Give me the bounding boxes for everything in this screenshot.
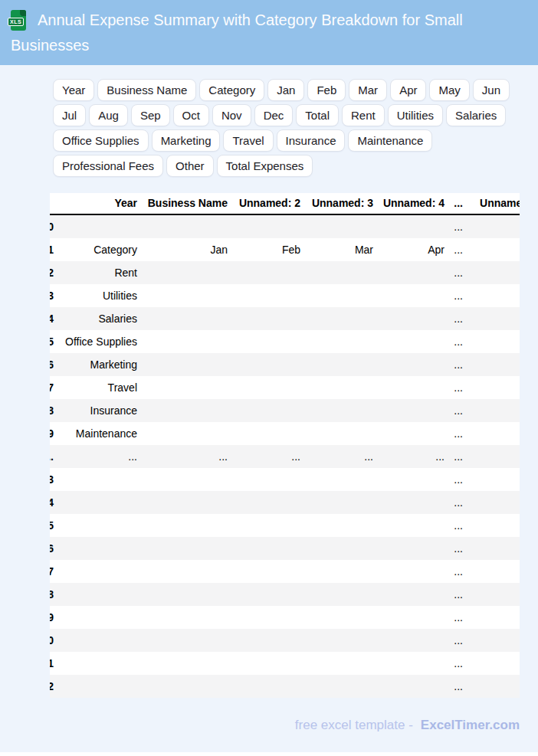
column-header: ... bbox=[449, 193, 467, 214]
chip-travel[interactable]: Travel bbox=[223, 129, 273, 152]
table-cell: ... bbox=[449, 238, 467, 261]
chip-total-expenses[interactable]: Total Expenses bbox=[217, 155, 313, 177]
chip-year[interactable]: Year bbox=[53, 79, 94, 101]
table-cell: ... bbox=[449, 353, 467, 376]
column-header: Unnamed: 15 bbox=[467, 193, 520, 214]
table-cell bbox=[142, 422, 232, 445]
table-row: ........................ bbox=[50, 445, 520, 468]
chip-apr[interactable]: Apr bbox=[390, 79, 426, 101]
table-cell bbox=[467, 261, 520, 284]
table-cell bbox=[378, 583, 449, 606]
table-cell bbox=[378, 376, 449, 399]
chip-professional-fees[interactable]: Professional Fees bbox=[53, 155, 163, 177]
table-cell bbox=[142, 652, 232, 675]
chip-other[interactable]: Other bbox=[166, 155, 214, 177]
chip-utilities[interactable]: Utilities bbox=[388, 104, 443, 126]
chip-sep[interactable]: Sep bbox=[131, 104, 170, 126]
row-index: 15 bbox=[50, 514, 58, 537]
chip-may[interactable]: May bbox=[429, 79, 469, 101]
table-cell bbox=[232, 376, 305, 399]
chip-category[interactable]: Category bbox=[199, 79, 264, 101]
table-cell bbox=[142, 399, 232, 422]
chip-nov[interactable]: Nov bbox=[212, 104, 251, 126]
table-cell bbox=[232, 606, 305, 629]
table-cell bbox=[378, 606, 449, 629]
table-cell bbox=[142, 307, 232, 330]
table-cell bbox=[467, 675, 520, 698]
table-row: 22... bbox=[50, 675, 520, 698]
table-row: 21... bbox=[50, 652, 520, 675]
index-column-header bbox=[50, 193, 58, 214]
table-cell bbox=[142, 629, 232, 652]
table-cell bbox=[378, 353, 449, 376]
table-cell bbox=[467, 376, 520, 399]
table-cell bbox=[142, 537, 232, 560]
chip-jul[interactable]: Jul bbox=[53, 104, 86, 126]
table-cell bbox=[58, 514, 142, 537]
brand-link[interactable]: ExcelTimer.com bbox=[421, 718, 520, 732]
table-cell: ... bbox=[449, 606, 467, 629]
column-header: Unnamed: 4 bbox=[378, 193, 449, 214]
chip-office-supplies[interactable]: Office Supplies bbox=[53, 129, 149, 152]
table-cell bbox=[378, 214, 449, 238]
table-row: 14... bbox=[50, 491, 520, 514]
chip-marketing[interactable]: Marketing bbox=[152, 129, 221, 152]
row-index: 20 bbox=[50, 629, 58, 652]
table-cell: Apr bbox=[378, 238, 449, 261]
table-cell: Rent bbox=[58, 261, 142, 284]
table-cell bbox=[232, 353, 305, 376]
chip-jan[interactable]: Jan bbox=[267, 79, 304, 101]
chip-salaries[interactable]: Salaries bbox=[446, 104, 506, 126]
chip-feb[interactable]: Feb bbox=[307, 79, 346, 101]
table-cell bbox=[467, 330, 520, 353]
table-cell bbox=[378, 307, 449, 330]
table-cell bbox=[142, 491, 232, 514]
app-header: XLS Annual Expense Summary with Category… bbox=[0, 0, 538, 65]
chip-insurance[interactable]: Insurance bbox=[277, 129, 346, 152]
table-cell bbox=[232, 537, 305, 560]
table-cell bbox=[305, 376, 378, 399]
table-cell bbox=[232, 491, 305, 514]
table-cell bbox=[305, 583, 378, 606]
table-cell bbox=[378, 629, 449, 652]
row-index: 16 bbox=[50, 537, 58, 560]
column-header: Unnamed: 3 bbox=[305, 193, 378, 214]
table-cell bbox=[142, 261, 232, 284]
table-cell bbox=[58, 652, 142, 675]
table-row: 13... bbox=[50, 468, 520, 491]
chip-rent[interactable]: Rent bbox=[342, 104, 385, 126]
table-cell: ... bbox=[449, 330, 467, 353]
chip-oct[interactable]: Oct bbox=[173, 104, 209, 126]
table-cell bbox=[305, 399, 378, 422]
table-cell bbox=[58, 583, 142, 606]
row-index: 13 bbox=[50, 468, 58, 491]
chip-aug[interactable]: Aug bbox=[89, 104, 128, 126]
table-cell bbox=[305, 214, 378, 238]
table-cell bbox=[467, 514, 520, 537]
chip-maintenance[interactable]: Maintenance bbox=[348, 129, 432, 152]
table-cell bbox=[467, 307, 520, 330]
table-cell bbox=[467, 560, 520, 583]
table-cell bbox=[378, 284, 449, 307]
table-cell: Insurance bbox=[58, 399, 142, 422]
table-cell bbox=[142, 514, 232, 537]
table-cell bbox=[142, 376, 232, 399]
chip-jun[interactable]: Jun bbox=[473, 79, 510, 101]
chip-dec[interactable]: Dec bbox=[254, 104, 294, 126]
table-cell bbox=[305, 652, 378, 675]
chip-mar[interactable]: Mar bbox=[349, 79, 387, 101]
table-cell bbox=[142, 468, 232, 491]
chip-total[interactable]: Total bbox=[296, 104, 339, 126]
chip-business-name[interactable]: Business Name bbox=[97, 79, 196, 101]
table-cell bbox=[378, 330, 449, 353]
table-cell bbox=[305, 629, 378, 652]
table-cell: ... bbox=[142, 445, 232, 468]
xls-file-icon: XLS bbox=[11, 10, 26, 31]
table-row: 3Utilities... bbox=[50, 284, 520, 307]
table-cell bbox=[232, 468, 305, 491]
table-cell: ... bbox=[449, 307, 467, 330]
table-cell: ... bbox=[467, 445, 520, 468]
table-cell bbox=[305, 606, 378, 629]
table-cell bbox=[58, 629, 142, 652]
table-cell bbox=[305, 675, 378, 698]
